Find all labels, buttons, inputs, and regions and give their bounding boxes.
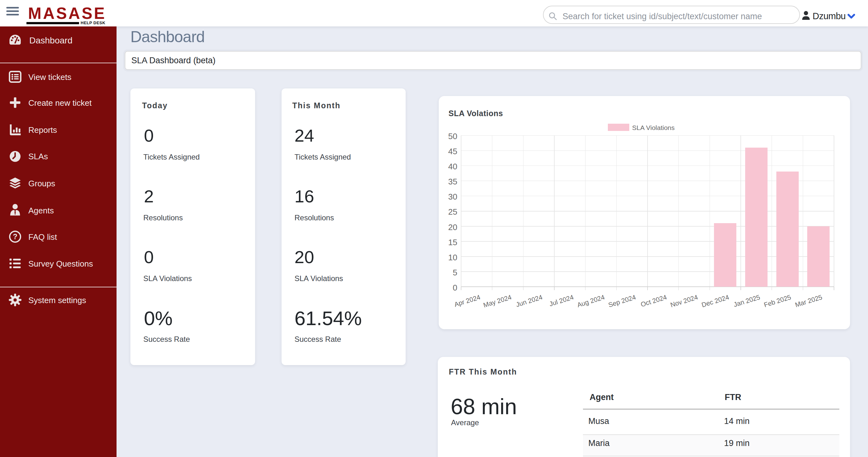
svg-text:?: ? <box>13 233 17 241</box>
